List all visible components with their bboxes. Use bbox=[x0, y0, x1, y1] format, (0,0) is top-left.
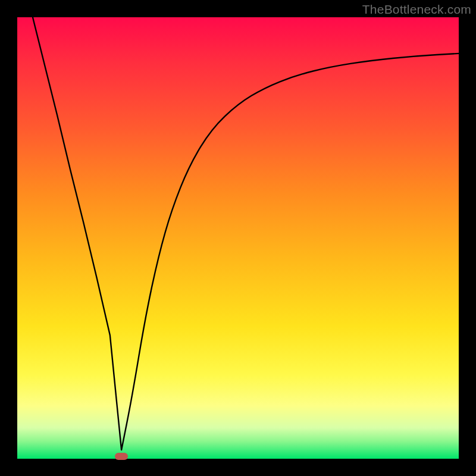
min-marker bbox=[115, 453, 128, 460]
curve-svg bbox=[17, 17, 459, 459]
watermark-text: TheBottleneck.com bbox=[362, 2, 471, 17]
curve-line bbox=[33, 17, 459, 450]
plot-area bbox=[17, 17, 459, 459]
chart-frame: TheBottleneck.com bbox=[0, 0, 476, 476]
